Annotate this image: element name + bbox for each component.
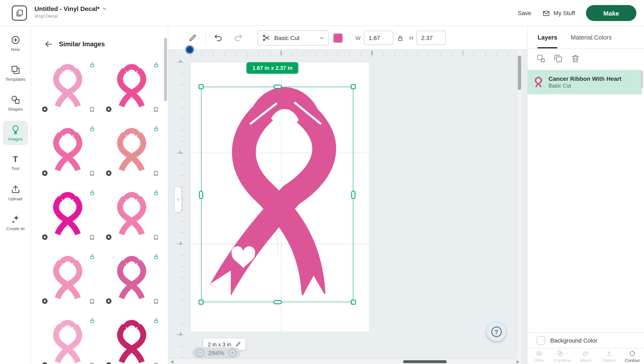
scissors-icon <box>262 34 270 42</box>
action-slice[interactable]: Slice <box>528 348 551 364</box>
zoom-in-button[interactable]: + <box>228 349 236 357</box>
image-card[interactable] <box>101 254 162 305</box>
zoom-out-button[interactable]: − <box>196 349 204 357</box>
nav-item-text[interactable]: T Text <box>3 151 28 175</box>
edit-pencil-button[interactable] <box>188 34 197 42</box>
image-card[interactable] <box>37 318 98 364</box>
design-app-window: Untitled - Vinyl Decal* Vinyl Decal Save… <box>0 0 644 364</box>
nav-item-shapes[interactable]: Shapes <box>3 91 28 115</box>
flatten-icon <box>605 350 613 357</box>
layers-scrollbar-thumb[interactable] <box>641 71 643 88</box>
scroll-left-arrow[interactable] <box>171 360 173 363</box>
image-card[interactable] <box>101 62 162 113</box>
scroll-right-arrow[interactable] <box>516 360 519 363</box>
image-card[interactable] <box>101 190 162 241</box>
delete-button[interactable] <box>570 53 581 64</box>
ribbon-thumbnail <box>48 254 88 301</box>
edit-mat-size-icon[interactable] <box>235 341 241 347</box>
tab-layers[interactable]: Layers <box>538 26 557 48</box>
ribbon-thumbnail <box>48 318 88 364</box>
canvas-area: Basic Cut W H 1 <box>168 26 527 364</box>
nav-item-upload[interactable]: Upload <box>3 181 28 205</box>
resize-handle-sw[interactable] <box>198 300 204 305</box>
width-input[interactable] <box>364 31 394 45</box>
canvas-vertical-scrollbar[interactable] <box>516 50 522 358</box>
project-panel-button[interactable] <box>12 6 27 21</box>
resize-handle-nw[interactable] <box>198 84 204 89</box>
layers-panel: Layers Material Colors Cancer Ribbon Wit… <box>527 26 644 364</box>
resize-handle-ne[interactable] <box>351 84 356 89</box>
envelope-icon <box>542 9 550 17</box>
my-stuff-button[interactable]: My Stuff <box>542 9 575 17</box>
nav-item-new[interactable]: New <box>3 31 28 56</box>
selection-bounding-box[interactable] <box>201 87 353 302</box>
bookmark-icon[interactable] <box>89 362 95 364</box>
resize-handle-e[interactable] <box>351 191 356 199</box>
image-type-badge <box>106 234 112 240</box>
left-nav-rail: New Templates Shapes Images T Text Uploa… <box>0 26 31 364</box>
bookmark-icon[interactable] <box>153 170 159 177</box>
make-button[interactable]: Make <box>586 5 636 21</box>
bookmark-icon[interactable] <box>153 234 159 241</box>
toolbar-divider <box>349 32 350 44</box>
image-type-badge <box>42 362 48 364</box>
bookmark-icon[interactable] <box>89 107 95 113</box>
back-button[interactable] <box>44 40 53 49</box>
image-card[interactable] <box>37 190 98 241</box>
chevron-down-icon[interactable] <box>102 6 107 11</box>
bookmark-icon[interactable] <box>89 298 95 305</box>
aspect-lock-button[interactable] <box>397 34 404 42</box>
resize-handle-s[interactable] <box>274 300 282 304</box>
project-title-block[interactable]: Untitled - Vinyl Decal* Vinyl Decal <box>34 5 107 19</box>
design-workspace[interactable]: 1 2 0 1 2 3 <box>168 50 527 364</box>
bookmark-icon[interactable] <box>153 298 159 305</box>
resize-handle-se[interactable] <box>351 300 356 305</box>
canvas-horizontal-scrollbar[interactable] <box>168 358 522 364</box>
bookmark-icon[interactable] <box>89 234 95 241</box>
background-color-swatch[interactable] <box>537 336 545 345</box>
panel-scrollbar-thumb[interactable] <box>164 38 167 101</box>
operation-dropdown[interactable]: Basic Cut <box>258 30 329 46</box>
save-button[interactable]: Save <box>518 10 531 17</box>
nav-item-images[interactable]: Images <box>3 121 28 145</box>
unlock-icon <box>154 318 159 324</box>
help-button[interactable]: ? <box>487 322 506 341</box>
image-results-grid <box>37 62 162 364</box>
action-combine[interactable]: Combine <box>551 348 574 364</box>
redo-button[interactable] <box>234 33 243 43</box>
image-card[interactable] <box>37 126 98 177</box>
blue-dot-indicator[interactable] <box>186 46 194 54</box>
vertical-scrollbar-thumb[interactable] <box>518 56 521 90</box>
image-card[interactable] <box>101 126 162 177</box>
panel-collapse-tab[interactable] <box>175 187 181 212</box>
action-contour[interactable]: Contour <box>621 348 644 364</box>
horizontal-scrollbar-thumb[interactable] <box>403 360 447 363</box>
bookmark-icon[interactable] <box>153 362 159 364</box>
resize-handle-n[interactable] <box>274 85 282 89</box>
cancer-ribbon-artwork[interactable] <box>202 87 353 302</box>
chevron-left-icon <box>176 197 180 202</box>
undo-button[interactable] <box>214 33 223 43</box>
nav-item-create-ai[interactable]: Create AI <box>3 210 28 235</box>
image-card[interactable] <box>101 318 162 364</box>
image-card[interactable] <box>37 62 98 113</box>
background-color-label: Background Color <box>550 337 597 344</box>
height-input[interactable] <box>417 31 446 45</box>
unlock-icon <box>154 254 159 260</box>
project-title: Untitled - Vinyl Decal* <box>34 5 100 12</box>
action-attach[interactable]: Attach <box>574 348 598 364</box>
upload-icon <box>10 184 20 194</box>
duplicate-button[interactable] <box>553 53 564 64</box>
action-flatten[interactable]: Flatten <box>597 348 621 364</box>
bookmark-icon[interactable] <box>153 107 159 113</box>
nav-item-templates[interactable]: Templates <box>3 61 28 85</box>
image-card[interactable] <box>37 254 98 305</box>
select-all-button[interactable] <box>536 53 547 64</box>
bookmark-icon[interactable] <box>89 170 95 177</box>
plus-circle-icon <box>10 35 20 45</box>
resize-handle-w[interactable] <box>199 191 203 199</box>
fill-color-swatch[interactable] <box>333 33 343 43</box>
tab-material-colors[interactable]: Material Colors <box>571 26 612 48</box>
image-type-badge <box>42 170 48 176</box>
layer-row[interactable]: Cancer Ribbon With Heart Basic Cut <box>528 70 642 94</box>
